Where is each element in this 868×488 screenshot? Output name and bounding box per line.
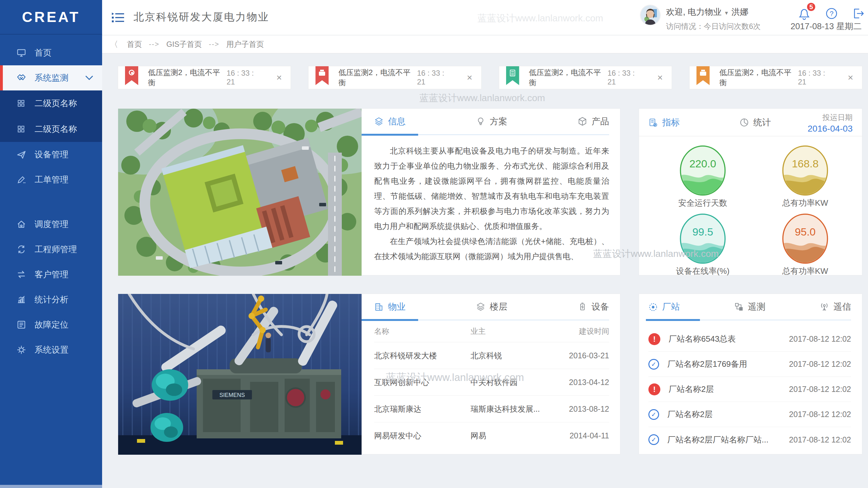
kpi-gauge-chart: 95.0 [782, 213, 829, 264]
commission-date-value[interactable]: 2016-04-03 [808, 124, 852, 134]
alert-time: 16 : 33 : 21 [417, 69, 454, 86]
sidebar-bottom-strip [0, 485, 102, 488]
station-time: 2017-08-12 12:02 [789, 334, 851, 344]
sidebar-item-customer-mgmt[interactable]: 客户管理 [0, 262, 102, 287]
alert-close-button[interactable]: × [276, 73, 282, 82]
tab-statistics[interactable]: 统计 [740, 117, 771, 128]
alert-close-button[interactable]: × [657, 73, 663, 82]
tab-devices[interactable]: 设备 [578, 301, 609, 313]
tab-telesignal[interactable]: 遥信 [819, 301, 851, 313]
tab-property[interactable]: 物业 [374, 301, 406, 313]
breadcrumb-item-home[interactable]: 首页 [127, 39, 142, 49]
breadcrumb-separator: --> [149, 40, 160, 48]
alert-ribbon-icon [315, 66, 329, 85]
active-tab-underline [646, 319, 700, 321]
station-row[interactable]: ✓ 厂站名称2层1769备用 2017-08-12 12:02 [648, 352, 851, 377]
active-tab-underline [362, 134, 418, 136]
help-icon[interactable]: ? [825, 7, 838, 20]
breadcrumb-item-gis[interactable]: GIS子首页 [166, 39, 202, 49]
sidebar-item-label: 二级页名称 [35, 98, 77, 109]
tab-solution[interactable]: 方案 [476, 116, 507, 128]
tab-label: 楼层 [490, 301, 507, 313]
sidebar-item-fault-location[interactable]: 故障定位 [0, 312, 102, 337]
tab-floors[interactable]: 楼层 [476, 301, 507, 313]
sidebar-item-system-settings[interactable]: 系统设置 [0, 337, 102, 362]
alert-close-button[interactable]: × [847, 73, 853, 82]
property-table-row[interactable]: 网易研发中心 网易 2014-04-11 [374, 422, 609, 449]
alert-ribbon-icon [696, 66, 710, 85]
tab-stations[interactable]: 厂站 [648, 301, 680, 313]
user-menu[interactable]: 欢迎, 电力物业 ▼ 洪娜 [666, 6, 761, 18]
sidebar-subitem-1[interactable]: 二级页名称 [0, 91, 102, 116]
station-name: 厂站名称2层厂站名称厂站... [667, 434, 768, 445]
kpi-gauge-label: 总有功率KW [782, 266, 828, 276]
building-info-right: 信息 方案 产品 北京科锐主要从事配电设备及电力电子的研发与制造。近年来致力于企… [362, 109, 620, 275]
station-row[interactable]: ! 厂站名称6543总表 2017-08-12 12:02 [648, 327, 851, 352]
station-row[interactable]: ✓ 厂站名称2层厂站名称厂站... 2017-08-12 12:02 [648, 427, 851, 452]
sidebar-item-label: 调度管理 [35, 219, 68, 230]
sidebar-item-workorder-mgmt[interactable]: 工单管理 [0, 167, 102, 192]
breadcrumb-back-icon[interactable]: 〈 [110, 39, 118, 50]
paper-plane-icon [16, 149, 27, 160]
property-owner: 瑞斯康达科技发展... [471, 404, 558, 414]
property-owner: 网易 [471, 430, 558, 441]
tab-telemetry[interactable]: 遥测 [734, 301, 766, 313]
lightbulb-icon [476, 117, 485, 126]
property-table-header: 名称 业主 建设时间 [374, 320, 609, 342]
welcome-block: 欢迎, 电力物业 ▼ 洪娜 访问情况：今日访问次数6次 [666, 6, 761, 31]
header-date: 2017-08-13 星期二 [790, 21, 862, 32]
user-avatar[interactable] [640, 5, 661, 26]
notification-bell-icon[interactable]: 5 [798, 7, 811, 20]
tab-info[interactable]: 信息 [374, 116, 406, 128]
kpi-gauge-value: 220.0 [689, 158, 716, 170]
station-time: 2017-08-12 12:02 [789, 435, 851, 444]
sidebar-item-home[interactable]: 首页 [0, 40, 102, 65]
station-row[interactable]: ✓ 厂站名称2层 2017-08-12 12:02 [648, 402, 851, 427]
sidebar-item-engineer-mgmt[interactable]: 工程师管理 [0, 237, 102, 262]
station-time: 2017-08-12 12:02 [789, 385, 851, 394]
caret-down-icon[interactable]: ▼ [724, 10, 729, 16]
kpi-tabbar: 指标 统计 投运日期 2016-04-03 [639, 109, 862, 136]
property-right: 物业 楼层 设备 名称 业主 建设时间 北京科锐研发大楼 北京科锐 2016-0… [362, 294, 620, 454]
tab-indicators[interactable]: 指标 [648, 117, 680, 128]
company-description: 北京科锐主要从事配电设备及电力电子的研发与制造。近年来致力于企事业单位的电力物业… [374, 135, 609, 264]
sidebar-item-label: 设备管理 [35, 149, 68, 160]
building-info-card: 信息 方案 产品 北京科锐主要从事配电设备及电力电子的研发与制造。近年来致力于企… [118, 108, 620, 275]
tab-product[interactable]: 产品 [578, 116, 609, 128]
antenna-icon [819, 302, 829, 312]
station-row[interactable]: ! 厂站名称2层 2017-08-12 12:02 [648, 377, 851, 402]
kpi-gauge: 95.0总有功率KW [765, 213, 845, 276]
alert-card: 低压监测2，电流不平衡 16 : 33 : 21 × [689, 66, 862, 89]
sidebar-item-system-monitor[interactable]: 系统监测 [0, 65, 102, 91]
commission-date-label: 投运日期 [808, 112, 852, 123]
brand-logo: CREAT [0, 0, 102, 35]
cycle-gear-icon [16, 244, 27, 255]
header: 北京科锐研发大厦电力物业 欢迎, 电力物业 ▼ 洪娜 访问情况：今日访问次数6次… [102, 0, 868, 35]
alert-close-button[interactable]: × [467, 73, 472, 82]
tab-label: 产品 [592, 116, 609, 128]
handshake-icon [16, 72, 27, 83]
bar-chart-icon [16, 294, 27, 305]
property-table-row[interactable]: 北京科锐研发大楼 北京科锐 2016-03-21 [374, 342, 609, 369]
gauge-grid: 220.0安全运行天数168.8总有功率KW99.5设备在线率(%)95.0总有… [662, 145, 845, 276]
sidebar-subitem-2[interactable]: 二级页名称 [0, 116, 102, 142]
alert-ribbon-glyph [700, 72, 706, 76]
property-table-row[interactable]: 北京瑞斯康达 瑞斯康达科技发展... 2013-08-12 [374, 396, 609, 422]
property-table-row[interactable]: 互联网创新中心 中关村软件园 2013-04-12 [374, 369, 609, 396]
property-name: 网易研发中心 [374, 430, 471, 441]
menu-toggle-icon[interactable] [112, 12, 126, 23]
sidebar-item-dispatch-mgmt[interactable]: 调度管理 [0, 212, 102, 237]
station-status-icon: ✓ [648, 409, 659, 420]
station-status-icon: ! [648, 383, 660, 395]
grid-icon [16, 98, 27, 109]
building-aerial-photo [118, 109, 362, 276]
sidebar-item-device-mgmt[interactable]: 设备管理 [0, 142, 102, 167]
alerts-row: 低压监测2，电流不平衡 16 : 33 : 21 × 低压监测2，电流不平衡 1… [118, 66, 862, 89]
sidebar-item-label: 工单管理 [35, 174, 68, 185]
sidebar-item-label: 工程师管理 [35, 244, 77, 255]
sidebar-item-statistics[interactable]: 统计分析 [0, 287, 102, 312]
breadcrumb-item-user[interactable]: 用户子首页 [226, 39, 264, 49]
alert-title: 低压监测2，电流不平衡 [529, 67, 608, 88]
sidebar-item-label: 首页 [35, 47, 52, 58]
logout-icon[interactable] [852, 7, 865, 20]
